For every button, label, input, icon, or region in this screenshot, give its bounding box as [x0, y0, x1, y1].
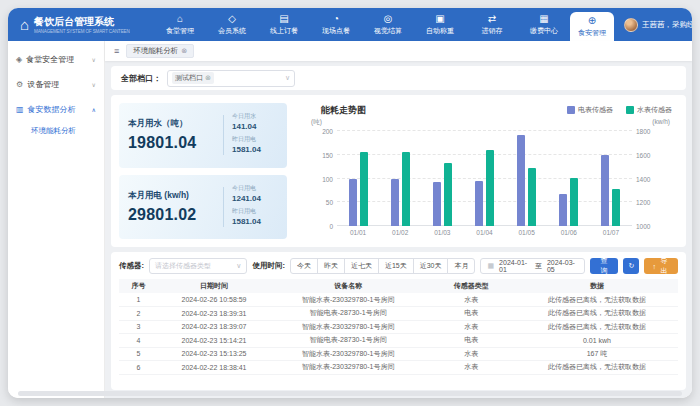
sensor-type-select[interactable]: 请选择传感器类型 ∨ — [149, 258, 247, 274]
left-axis-tick: 150 — [311, 152, 333, 159]
bar-水表传感器-01/07 — [612, 189, 620, 226]
table-row[interactable]: 62024-02-22 18:38:41智能水表-230329780-1号房间水… — [119, 361, 678, 375]
quick-range-3[interactable]: 近15天 — [378, 258, 414, 274]
left-axis-tick: 200 — [311, 128, 333, 135]
chevron-icon: ∨ — [92, 56, 96, 63]
table-cell: 此传感器已离线，无法获取数据 — [516, 320, 678, 334]
tab-label: 环境能耗分析 — [133, 46, 178, 56]
table-row[interactable]: 42024-02-23 15:14:21智能电表-28730-1号房间电表0.0… — [119, 334, 678, 348]
table-cell: 5 — [119, 347, 158, 361]
right-axis-tick: 1000 — [636, 223, 670, 230]
water-title: 本月用水（吨） — [128, 118, 221, 130]
water-today-value: 141.04 — [232, 122, 278, 131]
table-cell: 此传感器已离线，无法获取数据 — [516, 293, 678, 307]
sidebar-item-label: 食堂安全管理 — [26, 54, 74, 65]
column-header: 传感器类型 — [426, 279, 515, 293]
calendar-icon: ▦ — [487, 262, 494, 270]
sensor-data-table: 序号日期时间设备名称传感器类型数据 12024-02-26 10:58:59智能… — [119, 279, 678, 375]
legend-swatch — [626, 106, 634, 114]
export-button[interactable]: ↑ 导出 — [644, 258, 678, 274]
electric-today-value: 1241.04 — [232, 194, 278, 203]
table-cell: 2024-02-23 15:13:25 — [158, 347, 270, 361]
table-cell: 167 吨 — [516, 347, 678, 361]
table-cell: 2024-02-26 10:58:59 — [158, 293, 270, 307]
app-title: 餐饮后台管理系统 — [34, 15, 130, 29]
sidebar-subitem-env-energy-analysis[interactable]: 环境能耗分析 — [8, 122, 104, 140]
chevron-icon: ∧ — [92, 106, 96, 113]
electric-yesterday-value: 1581.04 — [232, 217, 278, 226]
table-cell: 2024-02-23 18:39:31 — [158, 307, 270, 321]
bar-group-01/01 — [337, 131, 379, 226]
table-cell: 水表 — [426, 347, 515, 361]
nav-item-payment-center[interactable]: ▦缴费中心 — [518, 8, 570, 41]
chevron-down-icon: ∨ — [236, 262, 241, 270]
table-cell: 1 — [119, 293, 158, 307]
divider — [223, 187, 224, 227]
chart-legend: 电表传感器水表传感器 — [567, 105, 672, 115]
nav-item-label: 线上订餐 — [270, 26, 298, 36]
table-row[interactable]: 32024-02-23 18:39:07智能水表-230329780-1号房间水… — [119, 320, 678, 334]
sensor-select-placeholder: 请选择传感器类型 — [155, 261, 211, 271]
canteen-management-icon: ⌂ — [177, 14, 183, 24]
quick-range-2[interactable]: 近七天 — [344, 258, 379, 274]
tab-strip: ≡ 环境能耗分析 ⊗ — [105, 41, 692, 61]
nav-item-visual-checkout[interactable]: ◎视觉结算 — [362, 8, 414, 41]
quick-range-4[interactable]: 近30天 — [413, 258, 449, 274]
online-ordering-icon: ▤ — [279, 14, 288, 24]
table-row[interactable]: 12024-02-26 10:58:59智能水表-230329780-1号房间水… — [119, 293, 678, 307]
table-row[interactable]: 52024-02-23 15:13:25智能水表-230329780-1号房间水… — [119, 347, 678, 361]
nav-item-canteen-management[interactable]: ⌂食堂管理 — [154, 8, 206, 41]
bar-电表传感器-01/04 — [475, 181, 483, 226]
sidebar-item-safety-data-analysis[interactable]: ▥食安数据分析∧ — [8, 97, 104, 122]
legend-label: 电表传感器 — [578, 105, 613, 115]
table-cell: 4 — [119, 334, 158, 348]
horizontal-scrollbar[interactable] — [18, 391, 682, 396]
stall-select[interactable]: 测试档口 ⊗ ∨ — [167, 70, 295, 87]
stall-filter-card: 全部档口： 测试档口 ⊗ ∨ — [111, 66, 686, 90]
table-cell: 电表 — [426, 307, 515, 321]
nav-item-label: 进销存 — [482, 26, 503, 36]
sidebar-item-label: 食安数据分析 — [28, 104, 76, 115]
device-management-icon: ⚙ — [16, 81, 23, 89]
quick-range-1[interactable]: 昨天 — [317, 258, 345, 274]
legend-电表传感器[interactable]: 电表传感器 — [567, 105, 613, 115]
avatar[interactable] — [624, 18, 638, 32]
nav-item-inventory[interactable]: ⇄进销存 — [466, 8, 518, 41]
table-cell: 智能水表-230329780-1号房间 — [270, 361, 427, 375]
water-yesterday-label: 昨日用电 — [232, 135, 278, 144]
tab-close-icon[interactable]: ⊗ — [181, 47, 187, 55]
bar-group-01/07 — [590, 131, 632, 226]
quick-range-5[interactable]: 本月 — [447, 258, 475, 274]
content-scroll: 全部档口： 测试档口 ⊗ ∨ 本月用水（吨） — [105, 61, 692, 398]
legend-水表传感器[interactable]: 水表传感器 — [626, 105, 672, 115]
stall-tag-close-icon[interactable]: ⊗ — [205, 74, 211, 82]
nav-item-food-safety[interactable]: ⊕食安管理 — [570, 12, 614, 41]
refresh-button[interactable]: ↻ — [623, 258, 639, 274]
chart-title: 能耗走势图 — [321, 104, 366, 117]
user-chip[interactable]: 王茜茜，采购经理 ⋮ — [614, 8, 692, 41]
sidebar-item-device-management[interactable]: ⚙设备管理∨ — [8, 72, 104, 97]
stat-cards: 本月用水（吨） 19801.04 今日用水 141.04 昨日用电 1581.0… — [119, 103, 287, 239]
payment-center-icon: ▦ — [539, 14, 548, 24]
nav-item-auto-weighing[interactable]: ▣自动称重 — [414, 8, 466, 41]
nav-item-onsite-ordering[interactable]: ◔现场点餐 — [310, 8, 362, 41]
date-range-picker[interactable]: ▦ 2024-01-01 至 2024-03-05 — [480, 258, 584, 274]
quick-range-0[interactable]: 今天 — [290, 258, 318, 274]
search-button[interactable]: 查询 — [590, 258, 619, 274]
tab-env-energy[interactable]: 环境能耗分析 ⊗ — [126, 44, 194, 58]
date-start[interactable]: 2024-01-01 — [499, 259, 530, 273]
electric-today-label: 今日用电 — [232, 184, 278, 193]
onsite-ordering-icon: ◔ — [333, 14, 339, 24]
collapse-sidebar-icon[interactable]: ≡ — [114, 46, 119, 56]
app-logo: ⌂ 餐饮后台管理系统 MANAGEMENT SYSTEM OF SMART CA… — [8, 8, 154, 41]
electric-title: 本月用电 (kw/h) — [128, 190, 221, 202]
nav-item-member-system[interactable]: ◇会员系统 — [206, 8, 258, 41]
sidebar-item-canteen-safety[interactable]: ◈食堂安全管理∨ — [8, 47, 104, 72]
water-value: 19801.04 — [128, 134, 221, 152]
electric-yesterday-label: 昨日用电 — [232, 207, 278, 216]
table-row[interactable]: 22024-02-23 18:39:31智能电表-28730-1号房间电表此传感… — [119, 307, 678, 321]
x-axis-label: 01/04 — [463, 229, 505, 236]
date-end[interactable]: 2024-03-05 — [547, 259, 578, 273]
nav-item-online-ordering[interactable]: ▤线上订餐 — [258, 8, 310, 41]
left-axis-tick: 0 — [311, 223, 333, 230]
